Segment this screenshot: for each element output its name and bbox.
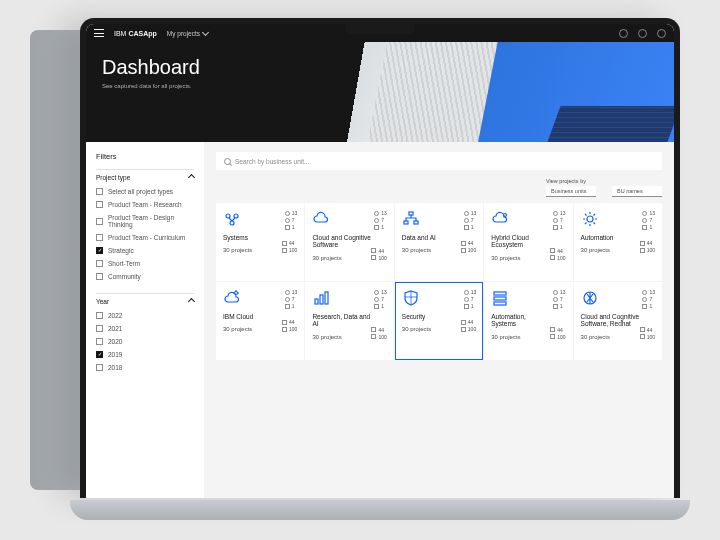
filter-checkbox-item[interactable]: Product Team - Curriculum (96, 231, 194, 244)
view-controls: View projects by Business units BU names (216, 178, 662, 197)
filter-checkbox-item[interactable]: Community (96, 270, 194, 283)
card-stats-top: 1371 (285, 210, 298, 230)
help-icon[interactable] (638, 29, 647, 38)
project-card[interactable]: 1371Cloud and Cognitive Software30 proje… (305, 203, 393, 281)
filter-label: Product Team - Design Thinking (108, 214, 194, 228)
project-card[interactable]: 1371Automation30 projects44100 (574, 203, 662, 281)
sun-icon (223, 289, 241, 307)
project-card[interactable]: 1371IBM Cloud30 projects44100 (216, 282, 304, 360)
card-stats-bottom: 44100 (550, 248, 565, 261)
filter-label: 2018 (108, 364, 122, 371)
filter-label: 2021 (108, 325, 122, 332)
project-card[interactable]: 1371Hybrid Cloud Ecosystem30 projects441… (484, 203, 572, 281)
project-grid: 1371Systems30 projects441001371Cloud and… (216, 203, 662, 360)
filter-label: Product Team - Research (108, 201, 182, 208)
stack-icon (491, 289, 509, 307)
chevron-up-icon (188, 174, 195, 181)
hero-banner: Dashboard See captured data for all proj… (86, 42, 674, 142)
card-project-count: 30 projects (581, 247, 614, 253)
shield-icon (402, 289, 420, 307)
checkbox-icon (96, 260, 103, 267)
card-stats-bottom: 44100 (282, 240, 297, 253)
checkbox-icon (96, 364, 103, 371)
hero-building-graphic (368, 42, 498, 142)
project-card[interactable]: 1371Security30 projects44100 (395, 282, 483, 360)
search-top-icon[interactable] (619, 29, 628, 38)
project-card[interactable]: 1371Research, Data and AI30 projects4410… (305, 282, 393, 360)
svg-rect-13 (494, 297, 506, 300)
checkbox-icon (96, 234, 103, 241)
filter-checkbox-item[interactable]: Product Team - Design Thinking (96, 211, 194, 231)
filters-title: Filters (96, 152, 194, 161)
page-title: Dashboard (102, 56, 658, 79)
svg-rect-9 (315, 299, 318, 304)
card-title: Hybrid Cloud Ecosystem (491, 234, 550, 249)
card-stats-top: 1371 (285, 289, 298, 309)
card-stats-top: 1371 (374, 210, 387, 230)
filter-label: 2022 (108, 312, 122, 319)
filter-checkbox-item[interactable]: 2020 (96, 335, 194, 348)
filter-checkbox-item[interactable]: Product Team - Research (96, 198, 194, 211)
svg-point-8 (235, 292, 238, 295)
checkbox-icon (96, 351, 103, 358)
project-card[interactable]: 1371Cloud and Cognitive Software, Redhat… (574, 282, 662, 360)
sort-select[interactable]: BU names (612, 186, 662, 197)
card-stats-top: 1371 (553, 210, 566, 230)
laptop-base (70, 500, 690, 520)
checkbox-icon (96, 188, 103, 195)
svg-point-0 (226, 214, 230, 218)
filter-checkbox-item[interactable]: 2019 (96, 348, 194, 361)
filter-group-year: Year 20222021202020192018 (96, 293, 194, 374)
filter-checkbox-item[interactable]: 2021 (96, 322, 194, 335)
svg-point-2 (230, 221, 234, 225)
project-card[interactable]: 1371Data and AI30 projects44100 (395, 203, 483, 281)
filter-group-head-year[interactable]: Year (96, 293, 194, 309)
card-project-count: 30 projects (402, 326, 431, 332)
card-project-count: 30 projects (223, 247, 252, 253)
filter-label: Strategic (108, 247, 134, 254)
card-stats-top: 1371 (642, 289, 655, 309)
filter-label: 2019 (108, 351, 122, 358)
card-project-count: 30 projects (312, 255, 371, 261)
svg-point-7 (587, 216, 593, 222)
brand: IBM CASApp (114, 30, 157, 37)
svg-point-1 (234, 214, 238, 218)
card-stats-top: 1371 (553, 289, 566, 309)
filter-group-project-type: Project type Select all project typesPro… (96, 169, 194, 283)
svg-rect-11 (325, 292, 328, 304)
filter-label: Short-Term (108, 260, 140, 267)
checkbox-icon (96, 247, 103, 254)
cloud-icon (312, 210, 330, 228)
card-project-count: 30 projects (491, 334, 550, 340)
user-avatar-icon[interactable] (657, 29, 666, 38)
project-card[interactable]: 1371Systems30 projects44100 (216, 203, 304, 281)
my-projects-link[interactable]: My projects (167, 30, 208, 37)
filter-checkbox-item[interactable]: 2018 (96, 361, 194, 374)
camera-notch (345, 24, 415, 34)
filter-checkbox-item[interactable]: Strategic (96, 244, 194, 257)
filter-checkbox-item[interactable]: 2022 (96, 309, 194, 322)
filters-sidebar: Filters Project type Select all project … (86, 142, 204, 498)
card-title: Cloud and Cognitive Software (312, 234, 371, 249)
card-title: Cloud and Cognitive Software, Redhat (581, 313, 640, 328)
svg-rect-3 (409, 212, 413, 215)
filter-label: Community (108, 273, 141, 280)
card-stats-top: 1371 (464, 289, 477, 309)
card-stats-top: 1371 (464, 210, 477, 230)
laptop-frame: IBM CASApp My projects Dashboard See cap… (80, 18, 680, 498)
menu-icon[interactable] (94, 29, 104, 37)
project-card[interactable]: 1371Automation, Systems30 projects44100 (484, 282, 572, 360)
card-title: Systems (223, 234, 252, 241)
card-stats-top: 1371 (374, 289, 387, 309)
filter-checkbox-item[interactable]: Select all project types (96, 185, 194, 198)
gear-icon (581, 210, 599, 228)
search-input[interactable]: Search by business unit... (216, 152, 662, 170)
svg-rect-4 (404, 221, 408, 224)
circle-icon (581, 289, 599, 307)
filter-group-head-project-type[interactable]: Project type (96, 169, 194, 185)
tree-icon (402, 210, 420, 228)
card-stats-bottom: 44100 (640, 240, 655, 253)
view-by-select[interactable]: Business units (546, 186, 596, 197)
filter-checkbox-item[interactable]: Short-Term (96, 257, 194, 270)
chevron-down-icon (202, 28, 209, 35)
